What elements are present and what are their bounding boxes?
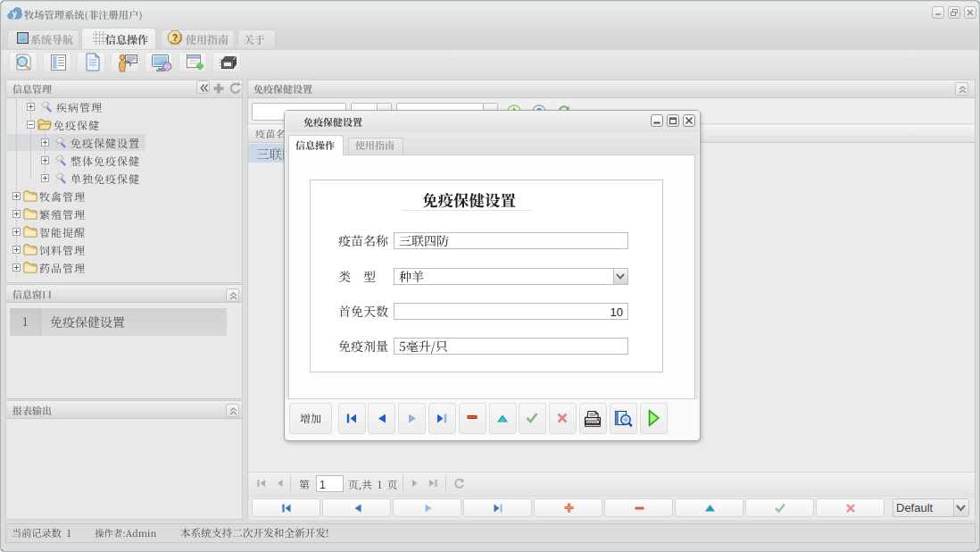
- svg-text:?: ?: [172, 33, 178, 43]
